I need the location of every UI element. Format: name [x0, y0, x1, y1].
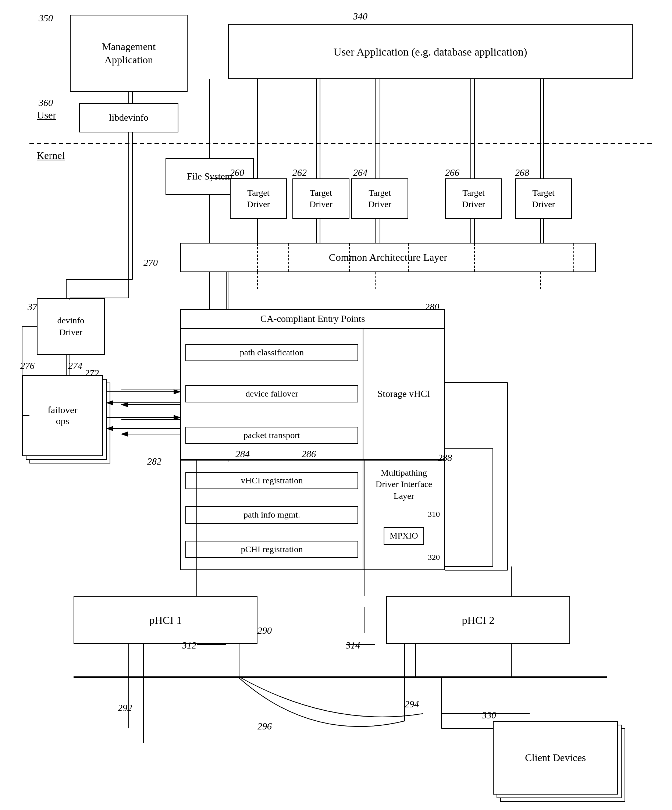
phci2-label: pHCI 2 [462, 613, 494, 627]
path-info-mgmt-box: path info mgmt. [186, 506, 358, 523]
tick-312 [197, 644, 226, 645]
target-driver-4-label: Target Driver [462, 187, 485, 210]
inner-box-282: vHCI registration path info mgmt. pCHI r… [180, 460, 445, 570]
multipathing-area: Multipathing Driver Interface Layer 310 … [363, 461, 444, 569]
inner-box-left: vHCI registration path info mgmt. pCHI r… [181, 461, 363, 569]
target-driver-3: Target Driver [351, 179, 408, 219]
ca-entry-outer-box: CA-compliant Entry Points path classific… [180, 309, 445, 460]
multipathing-label: Multipathing Driver Interface Layer [375, 467, 432, 502]
common-arch-layer-box: Common Architecture Layer [180, 243, 596, 272]
ref-260: 260 [230, 167, 244, 179]
target-driver-5-label: Target Driver [532, 187, 555, 210]
target-driver-3-label: Target Driver [368, 187, 391, 210]
ref-314: 314 [346, 640, 360, 651]
libdevinfo-label: libdevinfo [109, 111, 149, 124]
ref-276: 276 [20, 361, 35, 371]
client-devices-label: Client Devices [525, 752, 586, 764]
packet-transport-box: packet transport [186, 427, 358, 444]
kernel-label: Kernel [37, 149, 65, 162]
ref-294: 294 [405, 699, 419, 710]
ref-286: 286 [302, 449, 316, 460]
target-driver-5: Target Driver [515, 179, 572, 219]
ref-288: 288 [438, 452, 452, 464]
target-driver-2-label: Target Driver [309, 187, 333, 210]
ref-360: 360 [39, 98, 53, 108]
bus-line [74, 677, 607, 678]
ref-264: 264 [353, 167, 368, 179]
vhci-reg-box: vHCI registration [186, 472, 358, 489]
libdevinfo-box: libdevinfo [79, 103, 178, 132]
ref-350: 350 [39, 13, 53, 24]
devinfo-driver-label: devinfo Driver [57, 315, 84, 338]
inner-box-content: vHCI registration path info mgmt. pCHI r… [181, 461, 444, 569]
pchi-reg-box: pCHI registration [186, 541, 358, 558]
phci2-box: pHCI 2 [386, 596, 570, 644]
target-driver-4: Target Driver [445, 179, 502, 219]
ref-312: 312 [182, 640, 196, 651]
ref-296: 296 [257, 721, 272, 732]
mpxio-box: MPXIO [383, 527, 424, 544]
phci1-box: pHCI 1 [74, 596, 257, 644]
diagram: 350 Management Application 360 libdevinf… [0, 0, 672, 810]
target-driver-2: Target Driver [292, 179, 350, 219]
ref-266: 266 [445, 167, 459, 179]
path-class-box: path classification [186, 344, 358, 361]
management-app-box: Management Application [70, 15, 187, 92]
common-arch-label: Common Architecture Layer [329, 251, 447, 264]
ca-entry-content: path classification device failover pack… [181, 329, 444, 459]
ref-282: 282 [147, 456, 162, 467]
target-driver-1: Target Driver [230, 179, 287, 219]
ref-292: 292 [118, 703, 132, 714]
user-label: User [37, 108, 56, 122]
storage-vhci-area: Storage vHCI [363, 329, 444, 459]
ref-290: 290 [257, 625, 272, 636]
ref-330: 330 [482, 710, 496, 721]
ref-268: 268 [515, 167, 529, 179]
ca-entry-left: path classification device failover pack… [181, 329, 363, 459]
user-app-label: User Application (e.g. database applicat… [334, 44, 527, 59]
user-app-box: User Application (e.g. database applicat… [228, 24, 633, 79]
tick-314 [346, 644, 375, 645]
devinfo-driver-box: devinfo Driver [37, 298, 105, 355]
phci1-label: pHCI 1 [149, 613, 182, 627]
ref-284: 284 [235, 449, 250, 460]
ref-274: 274 [68, 361, 83, 371]
failover-ops-label: failover ops [48, 405, 78, 427]
ref-270: 270 [144, 258, 158, 268]
management-app-label: Management Application [102, 40, 155, 67]
ref-262: 262 [292, 167, 307, 179]
device-failover-box: device failover [186, 385, 358, 402]
file-system-label: File System [187, 170, 233, 183]
target-driver-1-label: Target Driver [247, 187, 270, 210]
ca-entry-header: CA-compliant Entry Points [181, 310, 444, 329]
ref-310-inline: 310 [428, 509, 441, 520]
ref-320-inline: 320 [428, 552, 441, 563]
ref-340: 340 [353, 11, 368, 22]
